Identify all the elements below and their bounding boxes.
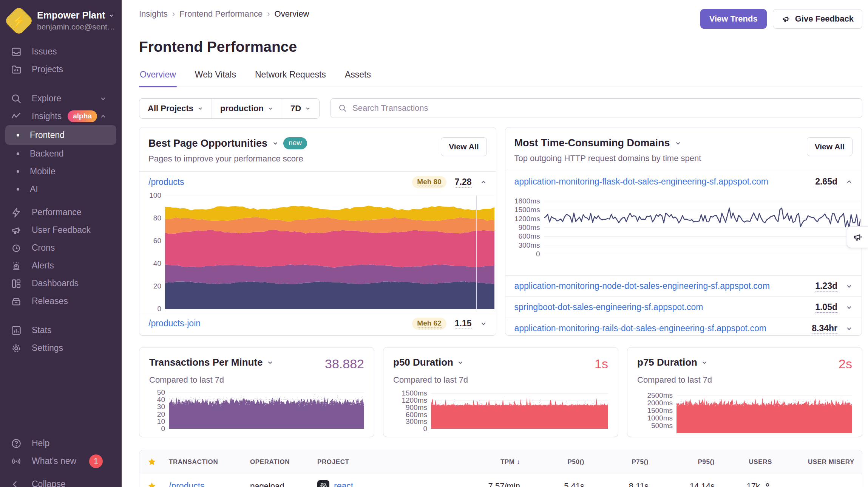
sidebar-item-stats[interactable]: Stats bbox=[0, 321, 122, 339]
domain-row-rails[interactable]: application-monitoring-rails-dot-sales-e… bbox=[505, 318, 862, 336]
page-score-chart: 100806040200 bbox=[139, 192, 496, 313]
sidebar-item-crons[interactable]: Crons bbox=[0, 239, 122, 257]
app-root: ⚡ Empower Plant benjamin.coe@sent… Issue… bbox=[0, 0, 868, 487]
sidebar-item-explore[interactable]: Explore bbox=[0, 90, 122, 107]
search-transactions-input[interactable] bbox=[352, 103, 854, 113]
project-link[interactable]: react bbox=[334, 481, 353, 487]
sidebar-item-ai[interactable]: AI bbox=[5, 180, 116, 198]
tab-network-requests[interactable]: Network Requests bbox=[254, 70, 327, 87]
domain-row-springboot[interactable]: springboot-dot-sales-engineering-sf.apps… bbox=[505, 296, 862, 318]
org-switcher[interactable]: ⚡ Empower Plant benjamin.coe@sent… bbox=[0, 0, 122, 43]
chevron-down-icon[interactable] bbox=[457, 359, 464, 366]
time-consuming-domains-panel: Most Time-Consuming Domains Top outgoing… bbox=[505, 127, 862, 336]
domain-link[interactable]: application-monitoring-rails-dot-sales-e… bbox=[514, 323, 766, 333]
floating-feedback-button[interactable] bbox=[847, 226, 868, 248]
search-transactions-box bbox=[330, 98, 862, 118]
sidebar-collapse-button[interactable]: Collapse bbox=[0, 475, 122, 487]
area-chart[interactable] bbox=[676, 391, 852, 433]
tab-web-vitals[interactable]: Web Vitals bbox=[194, 70, 237, 87]
axis-tick-label: 1800ms bbox=[514, 197, 540, 205]
p75-cell: 8.11s bbox=[584, 481, 649, 487]
sidebar-item-alerts[interactable]: Alerts bbox=[0, 257, 122, 275]
page-link[interactable]: /products bbox=[148, 177, 184, 187]
stacked-area-chart[interactable] bbox=[165, 195, 494, 309]
area-chart[interactable] bbox=[431, 391, 608, 429]
page-link[interactable]: /products-join bbox=[148, 318, 201, 329]
sidebar-item-mobile[interactable]: Mobile bbox=[5, 163, 116, 180]
domain-time-value[interactable]: 1.05d bbox=[815, 302, 837, 313]
domain-link[interactable]: springboot-dot-sales-engineering-sf.apps… bbox=[514, 302, 703, 312]
chevron-down-icon[interactable] bbox=[272, 140, 279, 147]
panel-subtitle: Top outgoing HTTP request domains by tim… bbox=[514, 154, 807, 163]
chevron-up-icon[interactable] bbox=[480, 179, 487, 186]
sidebar-item-issues[interactable]: Issues bbox=[0, 43, 122, 60]
domain-time-value[interactable]: 1.23d bbox=[815, 281, 837, 292]
column-header-operation[interactable]: OPERATION bbox=[250, 458, 317, 466]
sidebar-item-frontend[interactable]: Frontend bbox=[5, 125, 116, 145]
chevron-down-icon[interactable] bbox=[675, 140, 681, 147]
view-all-button[interactable]: View All bbox=[807, 137, 853, 156]
view-all-button[interactable]: View All bbox=[441, 137, 487, 156]
chevron-up-icon[interactable] bbox=[846, 178, 853, 185]
tab-overview[interactable]: Overview bbox=[139, 70, 177, 87]
domain-row-flask[interactable]: application-monitoring-flask-dot-sales-e… bbox=[505, 171, 862, 192]
give-feedback-button[interactable]: Give Feedback bbox=[773, 9, 862, 29]
org-logo: ⚡ bbox=[4, 6, 34, 36]
panel-title: Best Page Opportunities bbox=[148, 138, 267, 149]
line-chart[interactable] bbox=[544, 198, 860, 254]
column-header-tpm-sorted[interactable]: TPM ↓ bbox=[454, 458, 520, 466]
domain-link[interactable]: application-monitoring-node-dot-sales-en… bbox=[514, 281, 770, 291]
column-header-user-misery[interactable]: USER MISERY bbox=[772, 458, 854, 466]
star-icon[interactable] bbox=[147, 457, 169, 467]
sidebar-item-whats-new[interactable]: What's new 1 bbox=[0, 452, 122, 470]
axis-tick-label: 100 bbox=[149, 191, 161, 200]
stat-title: Transactions Per Minute bbox=[149, 357, 263, 368]
date-range-filter[interactable]: 7D bbox=[282, 99, 319, 118]
opportunity-value[interactable]: 1.15 bbox=[455, 318, 472, 329]
chevron-down-icon[interactable] bbox=[480, 320, 487, 327]
sidebar-item-user-feedback[interactable]: User Feedback bbox=[0, 221, 122, 239]
column-header-p50[interactable]: P50() bbox=[520, 458, 584, 466]
sidebar-item-releases[interactable]: Releases bbox=[0, 292, 122, 310]
column-header-transaction[interactable]: TRANSACTION bbox=[169, 458, 250, 466]
project-filter[interactable]: All Projects bbox=[139, 99, 212, 118]
sidebar-item-settings[interactable]: Settings bbox=[0, 339, 122, 357]
domain-link[interactable]: application-monitoring-flask-dot-sales-e… bbox=[514, 177, 768, 187]
domain-time-value[interactable]: 2.65d bbox=[815, 177, 837, 187]
column-header-p75[interactable]: P75() bbox=[584, 458, 649, 466]
breadcrumb-frontend-performance[interactable]: Frontend Performance bbox=[179, 9, 263, 19]
score-badge[interactable]: Meh 62 bbox=[412, 318, 446, 330]
sidebar-item-help[interactable]: Help bbox=[0, 434, 122, 452]
column-header-project[interactable]: PROJECT bbox=[317, 458, 454, 466]
domain-time-value[interactable]: 8.34hr bbox=[812, 323, 837, 334]
chevron-down-icon[interactable] bbox=[846, 325, 853, 332]
environment-filter[interactable]: production bbox=[212, 99, 282, 118]
star-icon-filled[interactable] bbox=[147, 481, 169, 487]
column-header-p95[interactable]: P95() bbox=[649, 458, 715, 466]
page-row-products-join[interactable]: /products-join Meh 62 1.15 bbox=[139, 313, 496, 334]
page-row-about[interactable]: /about Meh 70 0.05 bbox=[139, 334, 496, 336]
chevron-down-icon[interactable] bbox=[267, 359, 273, 366]
opportunity-value[interactable]: 7.28 bbox=[455, 177, 472, 188]
column-header-users[interactable]: USERS bbox=[715, 458, 772, 466]
stat-value: 38.882 bbox=[325, 357, 364, 371]
breadcrumb-insights[interactable]: Insights bbox=[139, 9, 168, 19]
chevron-down-icon[interactable] bbox=[701, 359, 708, 366]
sidebar-item-insights[interactable]: Insights alpha bbox=[0, 107, 122, 125]
page-title: Frontend Performance bbox=[139, 39, 862, 55]
score-badge[interactable]: Meh 80 bbox=[412, 176, 446, 188]
sidebar-item-backend[interactable]: Backend bbox=[5, 145, 116, 163]
transaction-link[interactable]: /products bbox=[169, 481, 205, 487]
sidebar-item-performance[interactable]: Performance bbox=[0, 203, 122, 221]
stat-value: 1s bbox=[595, 357, 608, 371]
sidebar-item-dashboards[interactable]: Dashboards bbox=[0, 275, 122, 292]
tab-assets[interactable]: Assets bbox=[344, 70, 372, 87]
area-chart[interactable] bbox=[169, 391, 364, 429]
domain-row-node[interactable]: application-monitoring-node-dot-sales-en… bbox=[505, 275, 862, 296]
view-trends-button[interactable]: View Trends bbox=[700, 9, 767, 29]
chevron-down-icon[interactable] bbox=[846, 283, 853, 290]
search-icon bbox=[11, 93, 23, 104]
chevron-down-icon[interactable] bbox=[846, 304, 853, 311]
page-row-products[interactable]: /products Meh 80 7.28 bbox=[139, 171, 496, 192]
sidebar-item-projects[interactable]: Projects bbox=[0, 60, 122, 78]
